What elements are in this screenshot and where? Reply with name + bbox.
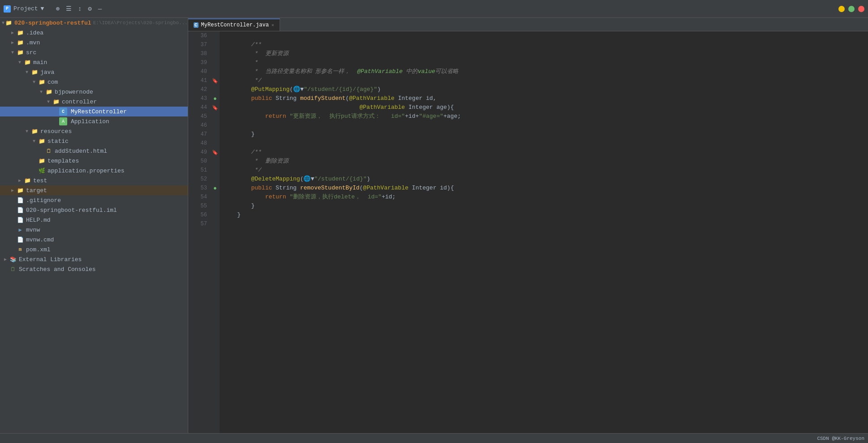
code-line-45: return "更新资源， 执行put请求方式： id="+id+"#age="… xyxy=(223,112,868,121)
sidebar-item-idea[interactable]: ▶ 📁 .idea xyxy=(0,28,188,38)
icon-sort[interactable]: ↕ xyxy=(78,5,82,13)
tab-bar: C MyRestController.java ✕ xyxy=(188,18,868,31)
dropdown-arrow[interactable]: ▼ xyxy=(41,5,44,12)
sidebar-item-test[interactable]: ▶ 📁 test xyxy=(0,176,188,185)
sidebar-item-extlibs[interactable]: ▶ 📚 External Libraries xyxy=(0,254,188,264)
main-layout: ▼ 📁 020-springboot-restful E:\IDEA\Proje… xyxy=(0,18,868,433)
code-line-51: */ xyxy=(223,166,868,175)
sidebar-item-templates[interactable]: 📁 templates xyxy=(0,156,188,166)
maximize-button[interactable] xyxy=(848,6,855,12)
tab-myrestcontroller[interactable]: C MyRestController.java ✕ xyxy=(188,18,280,31)
tab-close-button[interactable]: ✕ xyxy=(272,22,274,28)
sidebar-item-root[interactable]: ▼ 📁 020-springboot-restful E:\IDEA\Proje… xyxy=(0,18,188,28)
code-line-57 xyxy=(223,219,868,228)
sidebar-item-main[interactable]: ▼ 📁 main xyxy=(0,57,188,67)
code-line-39: * xyxy=(223,58,868,67)
java-file-icon: C xyxy=(194,22,199,28)
code-line-55: } xyxy=(223,202,868,211)
status-bar: CSDN @KK-Greyson xyxy=(0,433,868,443)
code-lines: /** * 更新资源 * * 当路径变量名称和 形参名一样， @PathVari… xyxy=(220,31,868,433)
project-icon: P xyxy=(4,5,11,13)
editor-area: C MyRestController.java ✕ 36 37 38 39 40… xyxy=(188,18,868,433)
code-line-42: @PutMapping(🌐▼"/student/{id}/{age}") xyxy=(223,85,868,94)
sidebar-item-src[interactable]: ▼ 📁 src xyxy=(0,47,188,57)
sidebar-item-addstudent[interactable]: 🗒 addStudent.html xyxy=(0,146,188,156)
sidebar-item-java[interactable]: ▼ 📁 java xyxy=(0,67,188,77)
sidebar-item-myrestcontroller[interactable]: C MyRestController xyxy=(0,107,188,116)
code-line-41: */ xyxy=(223,76,868,85)
code-line-54: return "删除资源，执行delete， id="+id; xyxy=(223,193,868,202)
code-line-53: public String removeStudentById(@PathVar… xyxy=(223,184,868,193)
sidebar-item-iml[interactable]: 📄 020-springboot-restful.iml xyxy=(0,205,188,215)
status-credit: CSDN @KK-Greyson xyxy=(817,436,864,441)
code-line-50: * 删除资源 xyxy=(223,157,868,166)
icon-list[interactable]: ☰ xyxy=(66,5,72,13)
code-line-46 xyxy=(223,121,868,130)
title-bar-icons: ⊕ ☰ ↕ ⚙ — xyxy=(56,5,102,13)
sidebar-item-target[interactable]: ▶ 📁 target xyxy=(0,185,188,195)
code-line-49: /** xyxy=(223,148,868,157)
line-numbers: 36 37 38 39 40 41 42 43 44 45 46 47 48 4… xyxy=(188,31,211,433)
icon-minimize[interactable]: — xyxy=(98,5,102,13)
icon-settings[interactable]: ⚙ xyxy=(88,5,91,13)
sidebar-item-mvnw[interactable]: ▶ mvnw xyxy=(0,225,188,235)
gutter: 🔖 ● 🔖 🔖 ● xyxy=(211,31,220,433)
sidebar-item-pomxml[interactable]: m pom.xml xyxy=(0,245,188,254)
code-line-56: } xyxy=(223,211,868,219)
code-line-43: public String modifyStudent(@PathVariabl… xyxy=(223,94,868,103)
sidebar: ▼ 📁 020-springboot-restful E:\IDEA\Proje… xyxy=(0,18,188,433)
code-line-37: /** xyxy=(223,40,868,49)
code-line-40: * 当路径变量名称和 形参名一样， @PathVariable 中的value可… xyxy=(223,67,868,76)
title-bar-left: P Project ▼ ⊕ ☰ ↕ ⚙ — xyxy=(4,5,102,13)
icon-add[interactable]: ⊕ xyxy=(56,5,59,13)
sidebar-item-scratches[interactable]: 🗒 Scratches and Consoles xyxy=(0,264,188,274)
sidebar-item-application[interactable]: A Application xyxy=(0,116,188,126)
sidebar-item-controller[interactable]: ▼ 📁 controller xyxy=(0,97,188,107)
sidebar-item-bjpowernode[interactable]: ▼ 📁 bjpowernode xyxy=(0,87,188,97)
tab-label: MyRestController.java xyxy=(201,22,269,28)
code-line-36 xyxy=(223,31,868,40)
sidebar-item-gitignore[interactable]: 📄 .gitignore xyxy=(0,195,188,205)
code-line-52: @DeleteMapping(🌐▼"/student/{id}") xyxy=(223,175,868,184)
close-button[interactable] xyxy=(858,6,864,12)
code-container[interactable]: 36 37 38 39 40 41 42 43 44 45 46 47 48 4… xyxy=(188,31,868,433)
project-label: Project xyxy=(13,5,38,12)
sidebar-item-mvn[interactable]: ▶ 📁 .mvn xyxy=(0,38,188,47)
sidebar-item-help[interactable]: 📄 HELP.md xyxy=(0,215,188,225)
code-line-38: * 更新资源 xyxy=(223,49,868,58)
minimize-button[interactable] xyxy=(838,6,845,12)
sidebar-item-mvnwcmd[interactable]: 📄 mvnw.cmd xyxy=(0,235,188,245)
sidebar-item-appprops[interactable]: 🌿 application.properties xyxy=(0,166,188,176)
sidebar-item-resources[interactable]: ▼ 📁 resources xyxy=(0,126,188,136)
code-line-47: } xyxy=(223,130,868,139)
title-bar: P Project ▼ ⊕ ☰ ↕ ⚙ — xyxy=(0,0,868,18)
window-controls xyxy=(838,6,864,12)
code-line-44: @PathVariable Integer age){ xyxy=(223,103,868,112)
sidebar-item-static[interactable]: ▼ 📁 static xyxy=(0,136,188,146)
code-line-48 xyxy=(223,139,868,148)
sidebar-item-com[interactable]: ▼ 📁 com xyxy=(0,77,188,87)
